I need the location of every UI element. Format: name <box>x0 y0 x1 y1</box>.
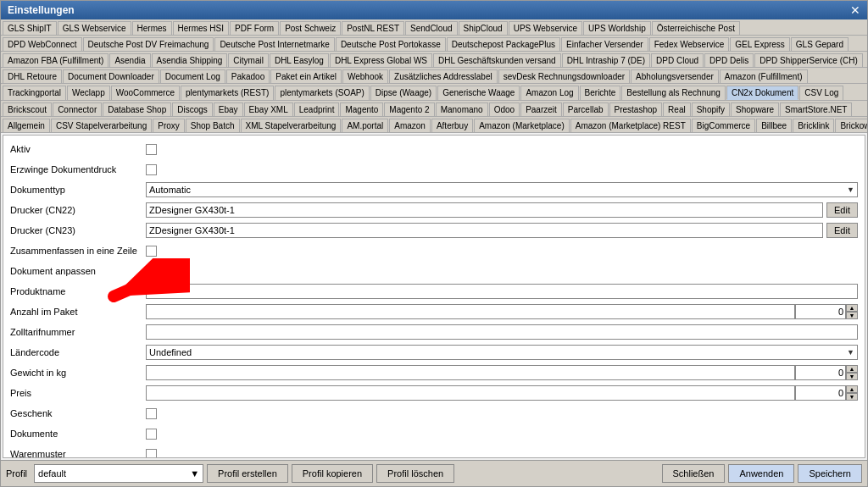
tab-document-log[interactable]: Document Log <box>160 69 225 83</box>
tab-ebay[interactable]: Ebay <box>214 102 243 116</box>
tab-amazon-marketplace[interactable]: Amazon (Marketplace) <box>474 119 570 132</box>
tab-dhl-intraship[interactable]: DHL Intraship 7 (DE) <box>562 53 650 67</box>
anzahl-input[interactable] <box>146 304 795 319</box>
dokument-anpassen-checkbox[interactable] <box>146 266 157 277</box>
tab-smartstore[interactable]: SmartStore.NET <box>780 102 852 116</box>
tab-amazon[interactable]: Amazon <box>389 119 431 132</box>
tab-dhl-geschaeft[interactable]: DHL Geschäftskunden versand <box>433 53 561 67</box>
tab-csv-stapel[interactable]: CSV Stapelverarbeitung <box>51 119 152 132</box>
tab-weclapp[interactable]: Weclapp <box>67 86 110 100</box>
laendercode-dropdown[interactable]: Undefined ▼ <box>146 345 858 360</box>
gewicht-input[interactable] <box>146 365 795 380</box>
schliessen-button[interactable]: Schließen <box>662 464 726 483</box>
tab-ebay-xml[interactable]: Ebay XML <box>244 102 293 116</box>
anwenden-button[interactable]: Anwenden <box>728 464 794 483</box>
tab-magento2[interactable]: Magento 2 <box>384 102 434 116</box>
gewicht-down-button[interactable]: ▼ <box>846 373 858 380</box>
tab-prestashop[interactable]: Prestashop <box>609 102 663 116</box>
tab-pakadoo[interactable]: Pakadoo <box>226 69 270 83</box>
tab-pdf-form[interactable]: PDF Form <box>230 21 279 35</box>
aktiv-checkbox[interactable] <box>146 144 157 155</box>
tab-generische-waage[interactable]: Generische Waage <box>437 86 520 100</box>
tab-deutsche-post-dv[interactable]: Deutsche Post DV Freimachung <box>83 37 214 51</box>
warenmuster-checkbox[interactable] <box>146 449 157 458</box>
tab-brickscout[interactable]: Brickscout <box>3 102 52 116</box>
tab-deutschepost-package[interactable]: Deutschepost PackagePlus <box>447 37 560 51</box>
tab-connector[interactable]: Connector <box>53 102 102 116</box>
produktname-input[interactable] <box>146 284 858 299</box>
tab-bestellung-rechnung[interactable]: Bestellung als Rechnung <box>621 86 726 100</box>
tab-database-shop[interactable]: Database Shop <box>103 102 171 116</box>
tab-sendcloud[interactable]: SendCloud <box>405 21 457 35</box>
tab-parcellab[interactable]: Parcellab <box>563 102 609 116</box>
tab-dhl-express-global[interactable]: DHL Express Global WS <box>330 53 432 67</box>
tab-berichte[interactable]: Berichte <box>580 86 621 100</box>
edit-cn23-button[interactable]: Edit <box>826 223 858 238</box>
tab-gls-gepard[interactable]: GLS Gepard <box>791 37 849 51</box>
tab-plentymarkets-rest[interactable]: plentymarkets (REST) <box>181 86 274 100</box>
tab-amazon-fba[interactable]: Amazon FBA (Fulfillment) <box>3 53 108 67</box>
tab-fedex-webservice[interactable]: Fedex Webservice <box>649 37 730 51</box>
tab-hermes-hsi[interactable]: Hermes HSI <box>173 21 229 35</box>
tab-asendia-shipping[interactable]: Asendia Shipping <box>152 53 228 67</box>
tab-ups-worldship[interactable]: UPS Worldship <box>583 21 651 35</box>
tab-amazon-marketplace-rest[interactable]: Amazon (Marketplace) REST <box>570 119 691 132</box>
tab-ups-webservice[interactable]: UPS Webservice <box>509 21 582 35</box>
tab-dpd-delis[interactable]: DPD Delis <box>704 53 754 67</box>
tab-citymail[interactable]: Citymail <box>228 53 269 67</box>
erzwinge-checkbox[interactable] <box>146 164 157 175</box>
tab-amazon-fulfillment[interactable]: Amazon (Fulfillment) <box>720 69 808 83</box>
gewicht-number[interactable] <box>795 365 846 380</box>
gewicht-up-button[interactable]: ▲ <box>846 365 858 373</box>
tab-cn2x-dokument[interactable]: CN2x Dokument <box>726 86 798 100</box>
tab-billbee[interactable]: Billbee <box>756 119 792 132</box>
tab-gls-shipit[interactable]: GLS ShipIT <box>3 21 57 35</box>
tab-sevdesk[interactable]: sevDesk Rechnungsdownloader <box>498 69 630 83</box>
tab-dpd-shipper[interactable]: DPD ShipperService (CH) <box>754 53 863 67</box>
tab-paket-ein-artikel[interactable]: Paket ein Artikel <box>270 69 342 83</box>
speichern-button[interactable]: Speichern <box>798 464 862 483</box>
tab-bricklink[interactable]: Bricklink <box>793 119 834 132</box>
tab-dhl-retoure[interactable]: DHL Retoure <box>3 69 62 83</box>
zolltarifnummer-input[interactable] <box>146 324 858 340</box>
tab-proxy[interactable]: Proxy <box>153 119 185 132</box>
drucker-cn23-input[interactable] <box>146 223 823 238</box>
tab-document-downloader[interactable]: Document Downloader <box>63 69 159 83</box>
profil-loeschen-button[interactable]: Profil löschen <box>376 464 454 483</box>
tab-shopify[interactable]: Shopify <box>692 102 730 116</box>
tab-post-schweiz[interactable]: Post Schweiz <box>280 21 341 35</box>
tab-bigcommerce[interactable]: BigCommerce <box>692 119 755 132</box>
tab-odoo[interactable]: Odoo <box>489 102 520 116</box>
profil-erstellen-button[interactable]: Profil erstellen <box>207 464 288 483</box>
profil-kopieren-button[interactable]: Profil kopieren <box>292 464 373 483</box>
tab-csv-log[interactable]: CSV Log <box>799 86 843 100</box>
geschenk-checkbox[interactable] <box>146 408 157 419</box>
tab-deutsche-post-porto[interactable]: Deutsche Post Portokasse <box>336 37 446 51</box>
tab-asendia[interactable]: Asendia <box>109 53 150 67</box>
tab-shopware[interactable]: Shopware <box>731 102 779 116</box>
zusammenfassen-checkbox[interactable] <box>146 246 157 257</box>
preis-input[interactable] <box>146 385 795 401</box>
tab-dipse[interactable]: Dipse (Waage) <box>370 86 437 100</box>
tab-shipcloud[interactable]: ShipCloud <box>459 21 508 35</box>
preis-up-button[interactable]: ▲ <box>846 385 858 393</box>
preis-down-button[interactable]: ▼ <box>846 393 858 401</box>
close-button[interactable]: ✕ <box>850 3 860 17</box>
tab-woocommerce[interactable]: WooCommerce <box>111 86 180 100</box>
tab-dpd-webconnect[interactable]: DPD WebConnect <box>3 37 82 51</box>
tab-dhl-easylog[interactable]: DHL Easylog <box>270 53 329 67</box>
tab-gel-express[interactable]: GEL Express <box>730 37 790 51</box>
profile-select[interactable]: default ▼ <box>34 464 203 483</box>
tab-einfacher-versender[interactable]: Einfacher Versender <box>561 37 648 51</box>
tab-leadprint[interactable]: Leadprint <box>294 102 340 116</box>
tab-dpd-cloud[interactable]: DPD Cloud <box>651 53 704 67</box>
tab-postnl-rest[interactable]: PostNL REST <box>342 21 404 35</box>
tab-amazon-log[interactable]: Amazon Log <box>520 86 578 100</box>
tab-gls-webservice[interactable]: GLS Webservice <box>58 21 131 35</box>
tab-brickow[interactable]: Brickow <box>835 119 868 132</box>
drucker-cn22-input[interactable] <box>146 202 823 218</box>
tab-afterbuy[interactable]: Afterbuy <box>431 119 473 132</box>
tab-xml-stapel[interactable]: XML Stapelverarbeitung <box>241 119 342 132</box>
tab-real[interactable]: Real <box>663 102 691 116</box>
tab-paarzeit[interactable]: Paarzeit <box>520 102 562 116</box>
